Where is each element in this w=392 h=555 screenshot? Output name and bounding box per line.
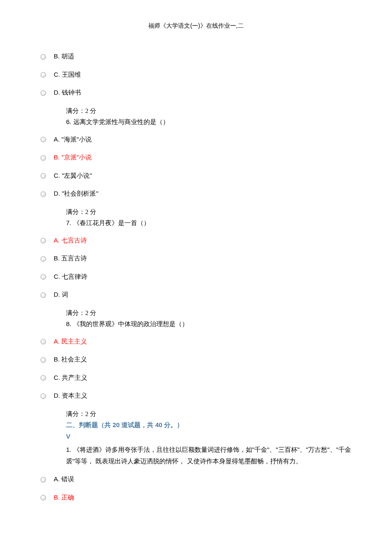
q8-stem: 8. 《我的世界观》中体现的政治理想是（）: [66, 319, 366, 329]
q6-option-a[interactable]: A. "海派"小说: [40, 135, 366, 145]
score-line: 满分：2 分: [66, 106, 366, 116]
option-label: A. 错误: [54, 474, 74, 484]
radio-icon: [40, 393, 46, 399]
q7-stem: 7. 《春江花月夜》是一首（）: [66, 218, 366, 228]
radio-icon: [40, 90, 46, 96]
option-label: D. "社会剖析派": [54, 189, 98, 199]
q6-option-b[interactable]: B. "京派"小说: [40, 153, 366, 162]
score-line: 满分：2 分: [66, 308, 366, 318]
radio-icon: [40, 173, 46, 179]
page-header: 福师《大学语文(一)》在线作业一,二: [0, 21, 392, 30]
tf1-option-b[interactable]: B. 正确: [40, 493, 366, 503]
option-label: B. 社会主义: [54, 355, 87, 364]
q7-option-d[interactable]: D. 词: [40, 290, 366, 300]
option-label-correct: B. "京派"小说: [54, 153, 92, 162]
q6-block: 满分：2 分 6. 远离文学党派性与商业性的是（）: [40, 106, 366, 127]
q6-stem: 6. 远离文学党派性与商业性的是（）: [66, 117, 366, 127]
option-label: D. 资本主义: [54, 391, 87, 401]
option-label-correct: B. 正确: [54, 493, 74, 503]
radio-icon: [40, 339, 46, 344]
q5-option-c[interactable]: C. 王国维: [40, 70, 366, 80]
radio-icon: [40, 292, 46, 298]
q7-option-a[interactable]: A. 七言古诗: [40, 236, 366, 246]
tf1-option-a[interactable]: A. 错误: [40, 474, 366, 484]
q7-option-c[interactable]: C. 七言律诗: [40, 272, 366, 282]
radio-icon: [40, 256, 46, 262]
score-line: 满分：2 分: [66, 409, 366, 419]
option-label-correct: A. 七言古诗: [54, 236, 87, 246]
radio-icon: [40, 238, 46, 243]
radio-icon: [40, 137, 46, 142]
radio-icon: [40, 191, 46, 197]
q8-block: 满分：2 分 8. 《我的世界观》中体现的政治理想是（）: [40, 308, 366, 329]
radio-icon: [40, 495, 46, 500]
score-line: 满分：2 分: [66, 207, 366, 217]
q8-option-a[interactable]: A. 民主主义: [40, 337, 366, 347]
section-mark: V: [66, 432, 366, 442]
page-title: 福师《大学语文(一)》在线作业一,二: [148, 22, 243, 29]
radio-icon: [40, 375, 46, 381]
option-label: C. 王国维: [54, 70, 81, 80]
radio-icon: [40, 477, 46, 483]
section-title: 二、判断题（共 20 道试题，共 40 分。）: [66, 420, 366, 430]
q7-block: 满分：2 分 7. 《春江花月夜》是一首（）: [40, 207, 366, 228]
document-content: B. 胡适 C. 王国维 D. 钱钟书 满分：2 分 6. 远离文学党派性与商业…: [0, 52, 392, 502]
q8-option-c[interactable]: C. 共产主义: [40, 373, 366, 383]
option-label: A. "海派"小说: [54, 135, 92, 145]
radio-icon: [40, 155, 46, 161]
q5-option-d[interactable]: D. 钱钟书: [40, 88, 366, 98]
option-label: B. 五言古诗: [54, 254, 87, 263]
section-2-header: 满分：2 分 二、判断题（共 20 道试题，共 40 分。） V: [40, 409, 366, 442]
q8-option-b[interactable]: B. 社会主义: [40, 355, 366, 364]
tf1-stem: 1. 《将进酒》诗多用夸张手法，且往往以巨额数量词进行修饰，如"千金"、"三百杯…: [40, 444, 366, 467]
option-label: B. 胡适: [54, 52, 74, 61]
q6-option-d[interactable]: D. "社会剖析派": [40, 189, 366, 199]
option-label: D. 钱钟书: [54, 88, 81, 98]
radio-icon: [40, 357, 46, 363]
option-label: C. 七言律诗: [54, 272, 87, 282]
q8-option-d[interactable]: D. 资本主义: [40, 391, 366, 401]
radio-icon: [40, 72, 46, 78]
option-label: C. "左翼小说": [54, 171, 92, 181]
option-label: C. 共产主义: [54, 373, 87, 383]
option-label: D. 词: [54, 290, 68, 300]
q5-option-b[interactable]: B. 胡适: [40, 52, 366, 61]
q7-option-b[interactable]: B. 五言古诗: [40, 254, 366, 263]
q6-option-c[interactable]: C. "左翼小说": [40, 171, 366, 181]
option-label-correct: A. 民主主义: [54, 337, 87, 347]
radio-icon: [40, 54, 46, 60]
radio-icon: [40, 274, 46, 280]
